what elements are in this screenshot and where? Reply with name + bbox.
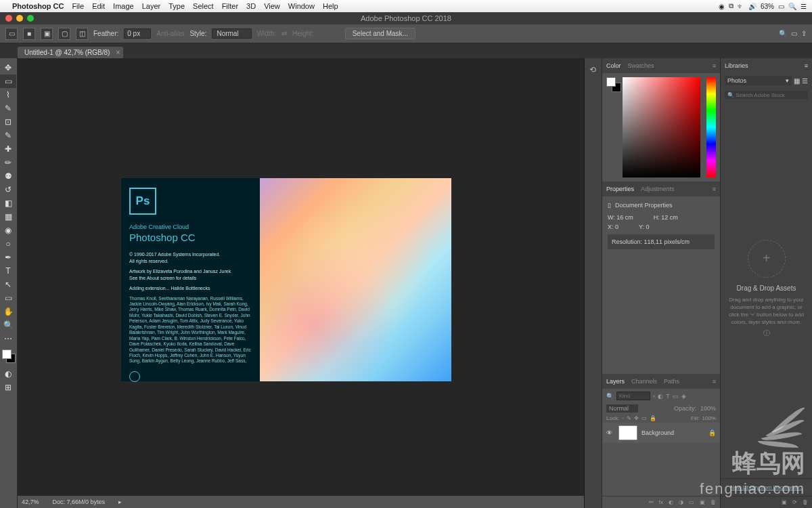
marquee-tool[interactable]: ▭ [0,75,16,88]
menu-type[interactable]: Type [168,2,185,10]
color-field[interactable] [623,77,700,177]
menu-view[interactable]: View [264,2,280,10]
crop-tool[interactable]: ⊡ [0,115,16,129]
battery-icon[interactable]: ▭ [778,3,784,10]
menu-file[interactable]: File [72,2,84,10]
style-select[interactable]: Normal [212,28,251,39]
menu-edit[interactable]: Edit [92,2,105,10]
spotlight-icon[interactable]: 🔍 [788,3,796,10]
menu-select[interactable]: Select [193,2,214,10]
new-layer-icon[interactable]: ▣ [700,499,705,505]
panel-menu-icon[interactable]: ≡ [713,62,716,69]
document-tab[interactable]: Untitled-1 @ 42,7% (RGB/8) × [18,47,123,58]
filter-adjust-icon[interactable]: ◐ [658,393,663,400]
history-panel-icon[interactable]: ⟲ [585,62,601,77]
share-icon[interactable]: ⇪ [801,30,807,37]
select-and-mask-button[interactable]: Select and Mask... [345,28,415,39]
color-swatch[interactable] [2,350,16,363]
canvas[interactable]: Ps Adobe Creative Cloud Photoshop CC © 1… [18,58,585,508]
quick-mask-tool[interactable]: ◐ [0,367,16,381]
tab-properties[interactable]: Properties [606,186,634,192]
tab-color[interactable]: Color [606,62,621,69]
library-drop-zone[interactable]: + Drag & Drop Assets Drag and drop anyth… [721,102,812,478]
close-tab-icon[interactable]: × [116,49,120,56]
layer-thumbnail[interactable] [618,425,637,440]
zoom-level[interactable]: 42,7% [22,499,39,505]
workspace-icon[interactable]: ▭ [791,30,797,37]
status-chevron-icon[interactable]: ▸ [118,499,122,505]
layer-filter-input[interactable] [616,391,650,400]
layer-row[interactable]: 👁 Background 🔒 [602,423,720,443]
type-tool[interactable]: T [0,264,16,278]
help-icon[interactable]: ⓘ [761,326,773,341]
fill-value[interactable]: 100% [702,415,716,421]
grid-view-icon[interactable]: ▦ [794,77,800,85]
lock-icon[interactable]: 🔒 [708,429,716,436]
add-icon[interactable]: + [748,240,786,278]
selection-subtract-icon[interactable]: ▢ [58,28,70,40]
adjustment-layer-icon[interactable]: ◑ [679,499,683,505]
menu-layer[interactable]: Layer [142,2,161,10]
menu-icon[interactable]: ☰ [800,3,807,10]
edit-toolbar[interactable]: ⋯ [0,332,16,345]
shape-tool[interactable]: ▭ [0,291,16,305]
delete-layer-icon[interactable]: 🗑 [710,499,716,505]
lock-position-icon[interactable]: ✥ [634,415,639,421]
path-tool[interactable]: ↖ [0,278,16,291]
zoom-tool[interactable]: 🔍 [0,318,16,332]
layer-name[interactable]: Background [641,429,674,436]
menu-image[interactable]: Image [113,2,134,10]
hue-slider[interactable] [706,77,716,177]
cc-status-icon[interactable]: ◉ [719,3,725,10]
tab-paths[interactable]: Paths [664,378,679,385]
lock-pixels-icon[interactable]: ✎ [627,415,631,421]
brush-tool[interactable]: ✏ [0,156,16,169]
tab-adjustments[interactable]: Adjustments [641,186,675,192]
tab-swatches[interactable]: Swatches [628,62,654,69]
tab-layers[interactable]: Layers [606,378,625,385]
visibility-icon[interactable]: 👁 [606,429,614,436]
wifi-icon[interactable]: ⧉ [729,2,734,10]
tool-preset-icon[interactable]: ▭ [5,28,18,40]
menu-filter[interactable]: Filter [222,2,238,10]
hand-tool[interactable]: ✋ [0,305,16,318]
blend-mode-select[interactable]: Normal [606,404,638,412]
lock-artboard-icon[interactable]: ▭ [641,415,647,421]
quick-select-tool[interactable]: ✎ [0,102,16,115]
maximize-icon[interactable] [27,15,34,22]
lib-sync-icon[interactable]: ⟳ [792,499,797,505]
layer-mask-icon[interactable]: ◐ [669,499,673,505]
filter-pixel-icon[interactable]: ▫ [653,393,655,400]
list-view-icon[interactable]: ☰ [802,77,808,85]
lasso-tool[interactable]: ⌇ [0,88,16,102]
eraser-tool[interactable]: ◧ [0,196,16,210]
lib-delete-icon[interactable]: 🗑 [803,499,808,505]
menu-help[interactable]: Help [323,2,338,10]
dodge-tool[interactable]: ○ [0,237,16,251]
swap-icon[interactable]: ⇄ [281,30,287,37]
selection-add-icon[interactable]: ▣ [41,28,53,40]
menu-3d[interactable]: 3D [246,2,256,10]
minimize-icon[interactable] [16,15,23,22]
stamp-tool[interactable]: ⚉ [0,169,16,183]
menu-window[interactable]: Window [288,2,315,10]
tab-channels[interactable]: Channels [631,378,657,385]
library-search-input[interactable]: 🔍 Search Adobe Stock [725,91,808,100]
lock-icon[interactable]: 🔒 [650,415,656,421]
eyedropper-tool[interactable]: ✎ [0,129,16,142]
move-tool[interactable]: ✥ [0,61,16,75]
search-icon[interactable]: 🔍 [779,30,787,37]
volume-icon[interactable]: 🔊 [748,3,757,10]
panel-menu-icon[interactable]: ≡ [713,378,716,385]
selection-new-icon[interactable]: ■ [23,28,35,40]
panel-menu-icon[interactable]: ≡ [713,186,716,192]
lock-all-icon[interactable]: ▫ [622,415,624,421]
filter-shape-icon[interactable]: ▭ [673,393,679,400]
opacity-value[interactable]: 100% [700,405,716,412]
selection-intersect-icon[interactable]: ◫ [76,28,88,40]
gradient-tool[interactable]: ▦ [0,210,16,224]
layer-style-icon[interactable]: fx [659,499,663,505]
new-library-link[interactable]: New Library from Document... [721,478,812,496]
history-brush-tool[interactable]: ↺ [0,183,16,196]
pen-tool[interactable]: ✒ [0,251,16,264]
